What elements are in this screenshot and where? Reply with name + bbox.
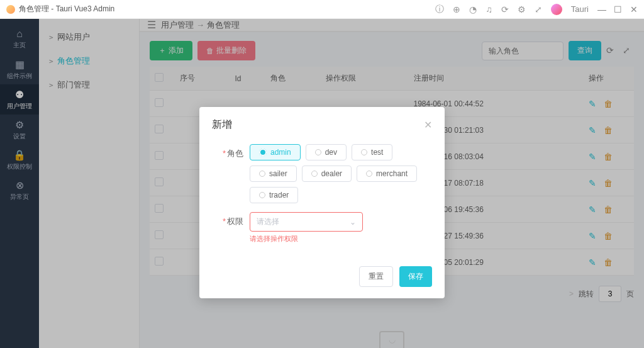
role-radio-group: admindevtestsailerdealermerchanttrader (250, 144, 430, 203)
radio-dot-icon (361, 149, 367, 155)
window-titlebar: 角色管理 - Tauri Vue3 Admin ⓘ ⊕ ◔ ♫ ⟳ ⚙ ⤢ Ta… (0, 0, 644, 19)
radio-dot-icon (259, 149, 267, 156)
radio-dot-icon (315, 149, 321, 155)
save-button[interactable]: 保存 (399, 266, 432, 287)
permission-select[interactable]: 请选择 ⌄ (250, 212, 363, 232)
window-maximize[interactable]: ☐ (614, 4, 621, 14)
role-radio-admin[interactable]: admin (250, 144, 301, 160)
perm-label: 权限 (214, 212, 250, 227)
user-name: Tauri (571, 4, 589, 14)
close-icon[interactable]: ✕ (424, 119, 432, 131)
expand-icon[interactable]: ⤢ (535, 4, 542, 14)
radio-dot-icon (259, 192, 265, 198)
radio-dot-icon (311, 171, 318, 177)
chevron-down-icon: ⌄ (350, 218, 356, 227)
globe-icon[interactable]: ⊕ (453, 4, 460, 14)
window-close[interactable]: ✕ (630, 4, 638, 14)
role-radio-dev[interactable]: dev (306, 144, 347, 160)
window-minimize[interactable]: — (597, 4, 605, 14)
bell-icon[interactable]: ♫ (486, 4, 492, 14)
role-radio-trader[interactable]: trader (250, 187, 298, 203)
app-logo-icon (6, 5, 15, 14)
add-role-dialog: 新增 ✕ 角色 admindevtestsailerdealermerchant… (199, 107, 445, 298)
role-radio-dealer[interactable]: dealer (302, 166, 352, 182)
role-radio-test[interactable]: test (352, 144, 392, 160)
dialog-title: 新增 (212, 118, 232, 132)
refresh-icon[interactable]: ⟳ (501, 4, 509, 14)
radio-dot-icon (259, 171, 265, 177)
modal-overlay[interactable]: 新增 ✕ 角色 admindevtestsailerdealermerchant… (0, 19, 644, 348)
info-icon[interactable]: ⓘ (435, 4, 444, 15)
settings-icon[interactable]: ⚙ (518, 4, 526, 14)
role-radio-merchant[interactable]: merchant (357, 166, 417, 182)
reset-button[interactable]: 重置 (359, 266, 393, 287)
radio-dot-icon (366, 171, 372, 177)
clock-icon[interactable]: ◔ (469, 4, 477, 14)
role-label: 角色 (214, 144, 250, 159)
perm-error: 请选择操作权限 (250, 234, 430, 244)
avatar[interactable] (551, 4, 562, 15)
window-title: 角色管理 - Tauri Vue3 Admin (19, 4, 114, 14)
role-radio-sailer[interactable]: sailer (250, 166, 297, 182)
